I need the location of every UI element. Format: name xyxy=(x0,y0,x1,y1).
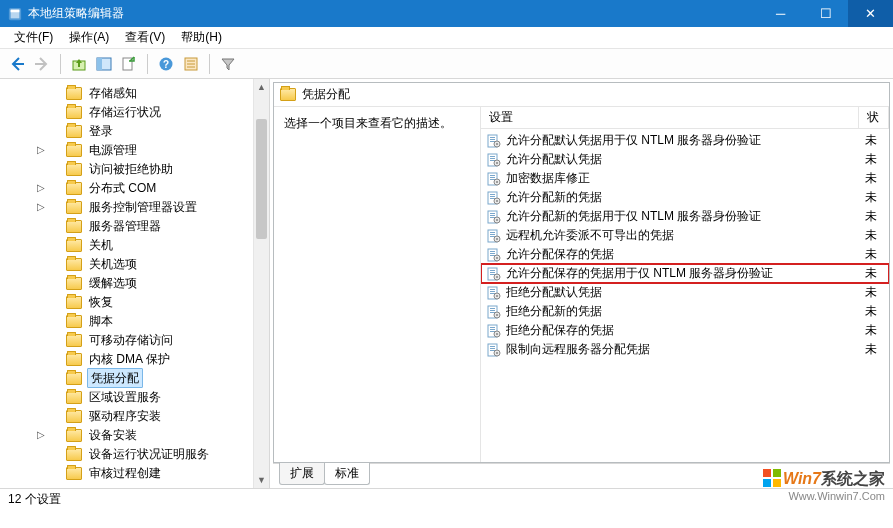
column-status[interactable]: 状 xyxy=(859,107,889,128)
tree-item[interactable]: 内核 DMA 保护 xyxy=(66,350,269,368)
policy-label: 允许分配默认凭据 xyxy=(506,151,860,168)
status-count: 12 个设置 xyxy=(8,491,61,508)
policy-label: 拒绝分配保存的凭据 xyxy=(506,322,860,339)
minimize-button[interactable]: ─ xyxy=(758,0,803,27)
tree-item[interactable]: 可移动存储访问 xyxy=(66,331,269,349)
tree-item[interactable]: 驱动程序安装 xyxy=(66,407,269,425)
folder-icon xyxy=(66,220,82,233)
tree-item[interactable]: 关机选项 xyxy=(66,255,269,273)
show-hide-tree-button[interactable] xyxy=(93,53,115,75)
tree-item-label: 审核过程创建 xyxy=(87,464,163,482)
policy-row[interactable]: 允许分配保存的凭据用于仅 NTLM 服务器身份验证未 xyxy=(481,264,889,283)
svg-rect-75 xyxy=(490,329,495,330)
forward-button[interactable] xyxy=(31,53,53,75)
expand-icon[interactable]: ▷ xyxy=(36,426,46,444)
back-button[interactable] xyxy=(6,53,28,75)
tree-item[interactable]: 存储运行状况 xyxy=(66,103,269,121)
tree-item[interactable]: 服务器管理器 xyxy=(66,217,269,235)
maximize-button[interactable]: ☐ xyxy=(803,0,848,27)
policy-row[interactable]: 允许分配默认凭据用于仅 NTLM 服务器身份验证未 xyxy=(481,131,889,150)
policy-row[interactable]: 远程机允许委派不可导出的凭据未 xyxy=(481,226,889,245)
expand-icon[interactable]: ▷ xyxy=(36,198,46,216)
svg-rect-69 xyxy=(490,310,495,311)
tree-item[interactable]: ▷电源管理 xyxy=(66,141,269,159)
tree-item[interactable]: ▷分布式 COM xyxy=(66,179,269,197)
policy-icon xyxy=(487,305,501,319)
tree-item-label: 访问被拒绝协助 xyxy=(87,160,175,178)
tree-item[interactable]: 恢复 xyxy=(66,293,269,311)
filter-button[interactable] xyxy=(217,53,239,75)
policy-row[interactable]: 拒绝分配新的凭据未 xyxy=(481,302,889,321)
tree-item-label: 设备安装 xyxy=(87,426,139,444)
policy-row[interactable]: 允许分配新的凭据未 xyxy=(481,188,889,207)
properties-button[interactable] xyxy=(180,53,202,75)
svg-rect-60 xyxy=(497,276,498,278)
policy-row[interactable]: 加密数据库修正未 xyxy=(481,169,889,188)
menu-bar: 文件(F) 操作(A) 查看(V) 帮助(H) xyxy=(0,27,893,49)
folder-tree[interactable]: 存储感知存储运行状况登录▷电源管理访问被拒绝协助▷分布式 COM▷服务控制管理器… xyxy=(0,84,269,482)
policy-list[interactable]: 允许分配默认凭据用于仅 NTLM 服务器身份验证未允许分配默认凭据未加密数据库修… xyxy=(481,129,889,462)
scroll-thumb[interactable] xyxy=(256,119,267,239)
folder-icon xyxy=(66,296,82,309)
tree-item-label: 脚本 xyxy=(87,312,115,330)
policy-row[interactable]: 拒绝分配默认凭据未 xyxy=(481,283,889,302)
svg-rect-24 xyxy=(497,162,498,164)
menu-file[interactable]: 文件(F) xyxy=(6,27,61,48)
policy-row[interactable]: 拒绝分配保存的凭据未 xyxy=(481,321,889,340)
policy-status: 未 xyxy=(865,322,889,339)
svg-rect-57 xyxy=(490,272,495,273)
menu-view[interactable]: 查看(V) xyxy=(117,27,173,48)
scroll-down-arrow[interactable]: ▼ xyxy=(254,472,269,488)
tree-item[interactable]: 访问被拒绝协助 xyxy=(66,160,269,178)
tab-standard[interactable]: 标准 xyxy=(324,463,370,485)
toolbar: ? xyxy=(0,49,893,79)
policy-label: 允许分配新的凭据 xyxy=(506,189,860,206)
policy-row[interactable]: 允许分配保存的凭据未 xyxy=(481,245,889,264)
tree-item[interactable]: 存储感知 xyxy=(66,84,269,102)
folder-icon xyxy=(66,429,82,442)
close-button[interactable]: ✕ xyxy=(848,0,893,27)
folder-icon xyxy=(66,182,82,195)
folder-icon xyxy=(66,201,82,214)
policy-status: 未 xyxy=(865,303,889,320)
policy-row[interactable]: 允许分配新的凭据用于仅 NTLM 服务器身份验证未 xyxy=(481,207,889,226)
tree-item[interactable]: ▷服务控制管理器设置 xyxy=(66,198,269,216)
tree-item[interactable]: 设备运行状况证明服务 xyxy=(66,445,269,463)
toolbar-separator xyxy=(209,54,210,74)
svg-rect-56 xyxy=(490,270,495,271)
tree-item-label: 内核 DMA 保护 xyxy=(87,350,172,368)
policy-status: 未 xyxy=(865,151,889,168)
policy-label: 允许分配保存的凭据用于仅 NTLM 服务器身份验证 xyxy=(506,265,860,282)
policy-status: 未 xyxy=(865,170,889,187)
tab-extended[interactable]: 扩展 xyxy=(279,463,325,485)
folder-icon xyxy=(66,353,82,366)
tree-item-label: 凭据分配 xyxy=(87,368,143,388)
folder-icon xyxy=(66,372,82,385)
tree-item[interactable]: 凭据分配 xyxy=(66,369,269,387)
tree-scrollbar[interactable]: ▲ ▼ xyxy=(253,79,269,488)
description-panel: 选择一个项目来查看它的描述。 xyxy=(274,107,481,462)
scroll-up-arrow[interactable]: ▲ xyxy=(254,79,269,95)
tree-item[interactable]: 区域设置服务 xyxy=(66,388,269,406)
column-settings[interactable]: 设置 xyxy=(481,107,859,128)
svg-rect-68 xyxy=(490,308,495,309)
tree-item[interactable]: ▷设备安装 xyxy=(66,426,269,444)
tree-item[interactable]: 登录 xyxy=(66,122,269,140)
tree-item[interactable]: 脚本 xyxy=(66,312,269,330)
expand-icon[interactable]: ▷ xyxy=(36,179,46,197)
svg-rect-33 xyxy=(490,196,495,197)
tree-item[interactable]: 审核过程创建 xyxy=(66,464,269,482)
title-bar: 本地组策略编辑器 ─ ☐ ✕ xyxy=(0,0,893,27)
tree-item-label: 登录 xyxy=(87,122,115,140)
menu-help[interactable]: 帮助(H) xyxy=(173,27,230,48)
tree-item[interactable]: 关机 xyxy=(66,236,269,254)
policy-row[interactable]: 限制向远程服务器分配凭据未 xyxy=(481,340,889,359)
help-button[interactable]: ? xyxy=(155,53,177,75)
tree-item[interactable]: 缓解选项 xyxy=(66,274,269,292)
expand-icon[interactable]: ▷ xyxy=(36,141,46,159)
export-list-button[interactable] xyxy=(118,53,140,75)
policy-row[interactable]: 允许分配默认凭据未 xyxy=(481,150,889,169)
menu-action[interactable]: 操作(A) xyxy=(61,27,117,48)
tree-item-label: 服务控制管理器设置 xyxy=(87,198,199,216)
up-button[interactable] xyxy=(68,53,90,75)
